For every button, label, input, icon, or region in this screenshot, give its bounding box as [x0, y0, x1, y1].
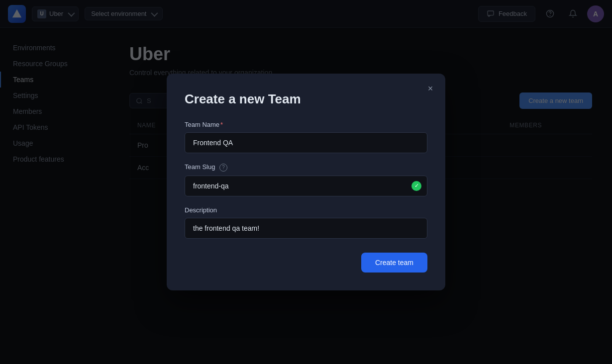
valid-check-icon: ✓ — [411, 181, 421, 191]
team-slug-label: Team Slug ? — [185, 163, 427, 172]
team-slug-group: Team Slug ? ✓ — [185, 163, 427, 196]
required-indicator: * — [220, 121, 223, 128]
description-label: Description — [185, 206, 427, 214]
team-slug-input[interactable] — [185, 176, 427, 196]
help-icon: ? — [219, 164, 227, 172]
close-icon: × — [428, 84, 433, 94]
description-group: Description — [185, 206, 427, 239]
modal-footer: Create team — [185, 253, 427, 273]
create-team-submit-button[interactable]: Create team — [361, 253, 427, 273]
team-name-label: Team Name* — [185, 121, 427, 128]
slug-input-wrapper: ✓ — [185, 176, 427, 196]
modal-close-button[interactable]: × — [423, 82, 437, 95]
team-name-group: Team Name* — [185, 121, 427, 153]
modal-overlay[interactable]: × Create a new Team Team Name* Team Slug… — [0, 0, 612, 364]
description-input[interactable] — [185, 218, 427, 239]
create-team-modal: × Create a new Team Team Name* Team Slug… — [167, 74, 445, 290]
team-name-input[interactable] — [185, 132, 427, 153]
modal-title: Create a new Team — [185, 91, 427, 107]
